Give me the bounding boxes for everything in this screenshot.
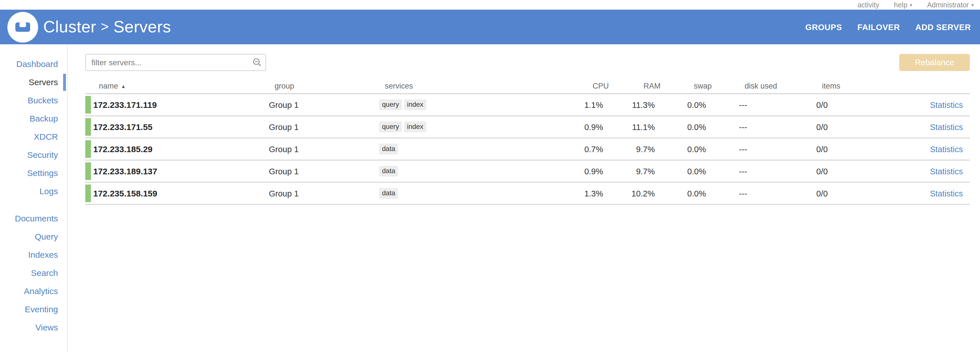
server-status-bar bbox=[85, 162, 91, 180]
server-name: 172.233.171.55 bbox=[85, 122, 269, 132]
column-header-cpu[interactable]: CPU bbox=[527, 81, 609, 90]
sidebar-item-servers[interactable]: Servers bbox=[0, 73, 67, 91]
column-header-ram[interactable]: RAM bbox=[609, 81, 660, 90]
server-ram-value: 10.2% bbox=[603, 189, 655, 198]
server-swap-value: 0.0% bbox=[655, 189, 706, 198]
column-header-disk-used[interactable]: disk used bbox=[712, 81, 822, 90]
couchbase-logo-icon bbox=[7, 12, 38, 42]
sidebar-item-backup[interactable]: Backup bbox=[0, 109, 67, 128]
server-cpu-value: 1.3% bbox=[521, 189, 603, 198]
sidebar-item-buckets[interactable]: Buckets bbox=[0, 91, 67, 109]
groups-button[interactable]: GROUPS bbox=[805, 22, 842, 32]
service-badge: index bbox=[404, 122, 426, 132]
server-row[interactable]: 172.233.171.55 Group 1 queryindex 0.9% 1… bbox=[85, 116, 970, 138]
rebalance-button[interactable]: Rebalance bbox=[899, 54, 970, 71]
statistics-link[interactable]: Statistics bbox=[930, 189, 963, 198]
service-badge: data bbox=[379, 144, 398, 154]
chevron-down-icon: ▾ bbox=[910, 2, 912, 8]
sort-ascending-icon: ▲ bbox=[121, 83, 126, 89]
server-cpu-value: 0.9% bbox=[521, 122, 603, 132]
server-statistics-cell: Statistics bbox=[902, 100, 970, 109]
toolbar: Rebalance bbox=[85, 54, 970, 71]
server-services: data bbox=[379, 188, 521, 199]
server-services: data bbox=[379, 144, 521, 154]
administrator-label: Administrator bbox=[927, 1, 969, 9]
column-header-name[interactable]: name▲ bbox=[91, 81, 275, 90]
help-label: help bbox=[894, 1, 907, 9]
topbar-link-activity[interactable]: activity bbox=[858, 1, 879, 9]
statistics-link[interactable]: Statistics bbox=[930, 166, 963, 176]
chevron-down-icon: ▾ bbox=[971, 2, 974, 8]
filter-servers-input[interactable] bbox=[85, 54, 266, 71]
server-row[interactable]: 172.233.185.29 Group 1 data 0.7% 9.7% 0.… bbox=[85, 138, 970, 161]
service-badge: index bbox=[404, 100, 426, 110]
sidebar-item-settings[interactable]: Settings bbox=[0, 164, 67, 182]
column-header-group[interactable]: group bbox=[275, 81, 385, 90]
search-icon bbox=[252, 58, 261, 67]
server-disk-used-value: --- bbox=[706, 189, 816, 198]
statistics-link[interactable]: Statistics bbox=[930, 100, 963, 109]
column-header-services[interactable]: services bbox=[385, 81, 527, 90]
sidebar-item-dashboard[interactable]: Dashboard bbox=[0, 55, 67, 73]
server-items-value: 0/0 bbox=[816, 122, 902, 132]
server-ram-value: 9.7% bbox=[603, 144, 655, 154]
page-title: Cluster > Servers bbox=[43, 17, 171, 36]
sidebar-item-query[interactable]: Query bbox=[0, 228, 67, 246]
sidebar-item-indexes[interactable]: Indexes bbox=[0, 246, 67, 264]
sidebar-item-analytics[interactable]: Analytics bbox=[0, 282, 67, 300]
service-badge: query bbox=[379, 122, 402, 132]
server-row[interactable]: 172.235.158.159 Group 1 data 1.3% 10.2% … bbox=[85, 183, 970, 205]
breadcrumb-section: Servers bbox=[113, 17, 171, 36]
server-disk-used-value: --- bbox=[706, 166, 816, 176]
server-disk-used-value: --- bbox=[706, 100, 816, 109]
sidebar-group-data: Documents Query Indexes Search Analytics… bbox=[0, 209, 67, 337]
statistics-link[interactable]: Statistics bbox=[930, 122, 963, 132]
column-header-swap[interactable]: swap bbox=[660, 81, 712, 90]
service-badge: data bbox=[379, 188, 398, 199]
server-statistics-cell: Statistics bbox=[902, 122, 970, 132]
server-statistics-cell: Statistics bbox=[902, 144, 970, 154]
server-ram-value: 11.3% bbox=[603, 100, 655, 109]
main-content: Rebalance name▲ group services CPU RAM s… bbox=[68, 44, 980, 352]
header-bar: Cluster > Servers GROUPS FAILOVER ADD SE… bbox=[0, 10, 980, 44]
sidebar-item-search[interactable]: Search bbox=[0, 264, 67, 282]
server-row[interactable]: 172.233.171.119 Group 1 queryindex 1.1% … bbox=[85, 94, 970, 116]
server-cpu-value: 0.7% bbox=[521, 144, 603, 154]
statistics-link[interactable]: Statistics bbox=[930, 144, 963, 154]
add-server-button[interactable]: ADD SERVER bbox=[915, 22, 971, 32]
server-cpu-value: 1.1% bbox=[521, 100, 603, 109]
sidebar-item-logs[interactable]: Logs bbox=[0, 182, 67, 200]
sidebar-item-xdcr[interactable]: XDCR bbox=[0, 128, 67, 146]
sidebar-item-documents[interactable]: Documents bbox=[0, 209, 67, 228]
server-items-value: 0/0 bbox=[816, 100, 902, 109]
sidebar-item-eventing[interactable]: Eventing bbox=[0, 300, 67, 319]
table-body: 172.233.171.119 Group 1 queryindex 1.1% … bbox=[85, 94, 970, 205]
server-disk-used-value: --- bbox=[706, 122, 816, 132]
sidebar-item-views[interactable]: Views bbox=[0, 319, 67, 337]
server-services: queryindex bbox=[379, 100, 521, 110]
filter-container bbox=[85, 54, 266, 71]
breadcrumb-cluster: Cluster bbox=[43, 17, 96, 36]
topbar: activity help ▾ Administrator ▾ bbox=[0, 0, 980, 10]
servers-table: name▲ group services CPU RAM swap disk u… bbox=[85, 78, 970, 205]
server-name: 172.235.158.159 bbox=[85, 189, 269, 198]
topbar-menu-help[interactable]: help ▾ bbox=[894, 1, 912, 9]
server-status-bar bbox=[85, 140, 91, 158]
table-header-row: name▲ group services CPU RAM swap disk u… bbox=[85, 78, 970, 94]
server-name: 172.233.171.119 bbox=[85, 100, 269, 109]
failover-button[interactable]: FAILOVER bbox=[858, 22, 900, 32]
server-swap-value: 0.0% bbox=[655, 122, 706, 132]
server-ram-value: 11.1% bbox=[603, 122, 655, 132]
server-swap-value: 0.0% bbox=[655, 100, 706, 109]
server-group: Group 1 bbox=[269, 122, 379, 132]
column-header-items[interactable]: items bbox=[822, 81, 907, 90]
server-statistics-cell: Statistics bbox=[902, 166, 970, 176]
sidebar-item-security[interactable]: Security bbox=[0, 146, 67, 164]
server-status-bar bbox=[85, 96, 91, 114]
server-name: 172.233.185.29 bbox=[85, 144, 269, 154]
server-statistics-cell: Statistics bbox=[902, 189, 970, 198]
column-header-name-label: name bbox=[99, 81, 118, 90]
server-row[interactable]: 172.233.189.137 Group 1 data 0.9% 9.7% 0… bbox=[85, 161, 970, 183]
server-name: 172.233.189.137 bbox=[85, 166, 269, 176]
topbar-menu-administrator[interactable]: Administrator ▾ bbox=[927, 1, 974, 9]
